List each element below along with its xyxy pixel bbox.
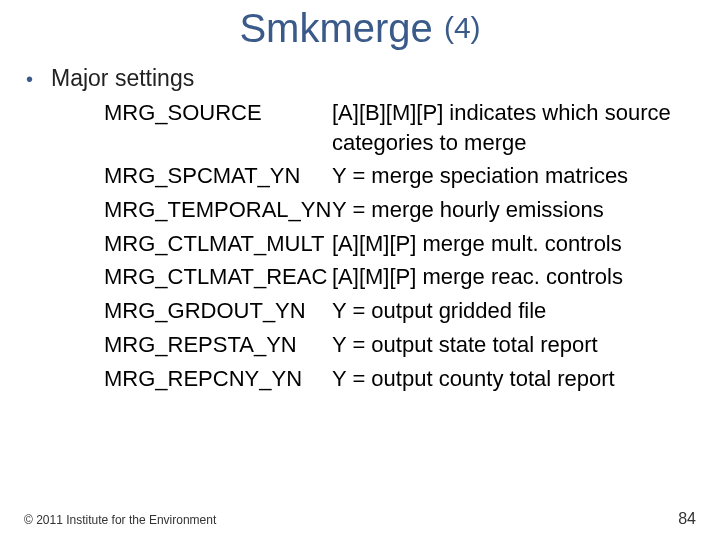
bullet-item: • Major settings bbox=[26, 65, 700, 92]
title-number: (4) bbox=[444, 11, 481, 44]
setting-name: MRG_SPCMAT_YN bbox=[104, 161, 332, 191]
setting-name: MRG_GRDOUT_YN bbox=[104, 296, 332, 326]
setting-name: MRG_SOURCE bbox=[104, 98, 332, 128]
bullet-label: Major settings bbox=[51, 65, 194, 92]
setting-desc: Y = output county total report bbox=[332, 364, 700, 394]
settings-list: MRG_SOURCE [A][B][M][P] indicates which … bbox=[104, 98, 700, 393]
setting-row: MRG_SOURCE [A][B][M][P] indicates which … bbox=[104, 98, 700, 157]
setting-row: MRG_CTLMAT_REAC [A][M][P] merge reac. co… bbox=[104, 262, 700, 292]
bullet-icon: • bbox=[26, 69, 33, 89]
setting-row: MRG_REPCNY_YN Y = output county total re… bbox=[104, 364, 700, 394]
page-number: 84 bbox=[678, 510, 696, 528]
setting-name: MRG_REPCNY_YN bbox=[104, 364, 332, 394]
copyright-text: © 2011 Institute for the Environment bbox=[24, 513, 216, 527]
setting-row: MRG_CTLMAT_MULT [A][M][P] merge mult. co… bbox=[104, 229, 700, 259]
setting-desc: [A][B][M][P] indicates which source cate… bbox=[332, 98, 700, 157]
setting-row: MRG_GRDOUT_YN Y = output gridded file bbox=[104, 296, 700, 326]
slide-title: Smkmerge (4) bbox=[0, 0, 720, 51]
setting-desc: Y = merge speciation matrices bbox=[332, 161, 700, 191]
content-area: • Major settings MRG_SOURCE [A][B][M][P]… bbox=[0, 51, 720, 393]
setting-row: MRG_SPCMAT_YN Y = merge speciation matri… bbox=[104, 161, 700, 191]
setting-desc: [A][M][P] merge reac. controls bbox=[332, 262, 700, 292]
setting-desc: Y = output gridded file bbox=[332, 296, 700, 326]
setting-desc: Y = output state total report bbox=[332, 330, 700, 360]
setting-name: MRG_TEMPORAL_YN bbox=[104, 195, 332, 225]
setting-row: MRG_TEMPORAL_YN Y = merge hourly emissio… bbox=[104, 195, 700, 225]
footer: © 2011 Institute for the Environment 84 bbox=[24, 510, 696, 528]
slide: Smkmerge (4) • Major settings MRG_SOURCE… bbox=[0, 0, 720, 540]
title-main: Smkmerge bbox=[239, 6, 444, 50]
setting-row: MRG_REPSTA_YN Y = output state total rep… bbox=[104, 330, 700, 360]
setting-name: MRG_CTLMAT_MULT bbox=[104, 229, 332, 259]
setting-desc: [A][M][P] merge mult. controls bbox=[332, 229, 700, 259]
setting-desc: Y = merge hourly emissions bbox=[332, 195, 700, 225]
setting-name: MRG_REPSTA_YN bbox=[104, 330, 332, 360]
setting-name: MRG_CTLMAT_REAC bbox=[104, 262, 332, 292]
